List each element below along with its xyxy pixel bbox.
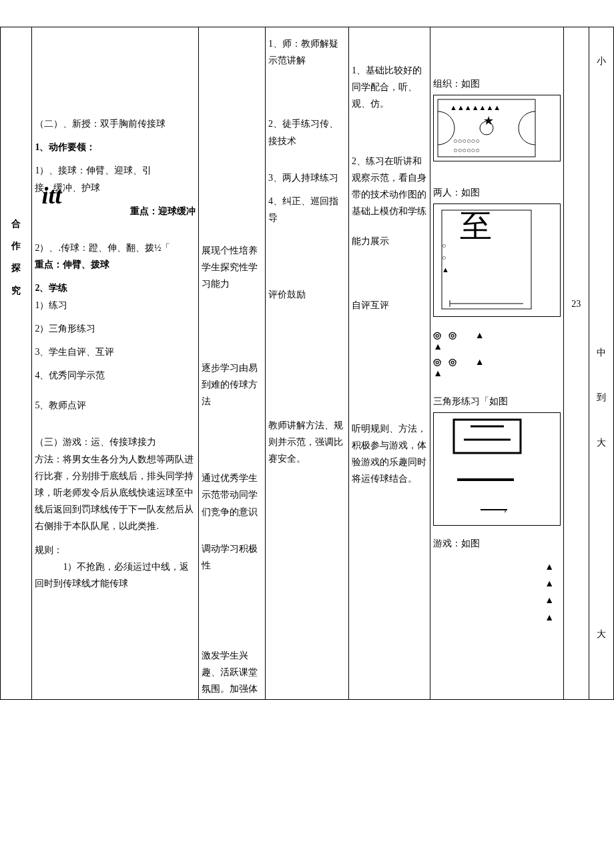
student-4: 自评互评 [352,297,427,314]
point1-key: 重点：迎球缓冲 [130,206,196,216]
court-diagram-2: 至 ○ ○ ▲ [433,203,561,317]
teacher-3: 3、两人持球练习 [268,169,346,186]
content-cell: （二）、新授：双手胸前传接球 1、动作要领： 1）、接球：伸臂、迎球、引 接、缓… [32,27,199,700]
intent-cell: 展现个性培养学生探究性学习能力 逐步学习由易到难的传球方法 通过优秀学生示范带动… [199,27,266,700]
teacher-cell: 1、师：教师解疑示范讲解 2、徒手练习传、接技术 3、两人持球练习 4、纠正、巡… [266,27,349,700]
triangle-svg: ， [434,413,534,526]
point3: 3、学生自评、互评 [35,344,196,360]
sec2-title: （二）、新授：双手胸前传接球 [35,115,196,132]
time-value: 23 [567,296,585,312]
svg-text:★: ★ [483,114,494,127]
court-svg-1: ▲▲▲▲▲▲▲ ★ ○○○○○○ ○○○○○○ [436,98,537,158]
svg-text:▲: ▲ [442,266,449,274]
diagram2-label: 两人：如图 [433,184,561,201]
svg-text:至: 至 [460,208,492,244]
intensity-r1: 小 [592,53,611,69]
student-3: 能力展示 [352,233,427,250]
teacher-6: 教师讲解方法、规则并示范，强调比赛安全。 [268,417,346,468]
court-diagram-1: ▲▲▲▲▲▲▲ ★ ○○○○○○ ○○○○○○ [433,95,561,161]
diagram3-label: 三角形练习「如图 [433,393,561,410]
teacher-1: 1、师：教师解疑示范讲解 [268,35,346,69]
point1-2-key: 重点：伸臂、拨球 [35,256,196,273]
side-char-3: 探 [3,260,29,276]
itt-glyph: itt [41,174,61,218]
sec3-rule1: 1）不抢跑，必须运过中线，返回时到传球线才能传球 [35,558,196,592]
intent-1: 展现个性培养学生探究性学习能力 [202,242,262,293]
svg-rect-13 [454,420,521,453]
svg-text:，: ， [501,504,510,514]
sec3-rules-title: 规则： [35,542,196,558]
svg-text:▲▲▲▲▲▲▲: ▲▲▲▲▲▲▲ [450,103,501,111]
point2-2: 2）三角形练习 [35,320,196,337]
point1-2: 2）、.传球：蹬、伸、翻、拨½「 [35,240,196,256]
side-char-4: 究 [3,282,29,299]
diagram-cell: 组织：如图 ▲▲▲▲▲▲▲ ★ ○○○○○○ ○○○○○○ 两人：如图 至 ○ … [430,27,564,700]
two-person-rows: ◎ ◎ ▲ ▲ ◎ ◎ ▲ ▲ [433,330,561,379]
sec3-title: （三）游戏：运、传接球接力 [35,434,196,450]
intensity-r3: 到 [592,389,611,406]
intent-3: 通过优秀学生示范带动同学们竞争的意识 [202,470,262,520]
intent-4: 调动学习积极性 [202,540,262,574]
diagram4-label: 游戏：如图 [433,535,561,552]
student-2: 2、练习在听讲和观察示范，看自身带的技术动作图的基础上模仿和学练 [352,153,427,220]
intent-5: 激发学生兴趣、活跃课堂氛围。加强体 [202,647,262,698]
student-5: 听明规则、方法，积极参与游戏，体验游戏的乐趣同时将运传球结合。 [352,420,427,488]
teacher-5: 评价鼓励 [268,286,346,303]
side-label-cell: 合 作 探 究 [1,27,32,700]
court-svg-2: 至 ○ ○ ▲ [436,207,537,314]
point5: 5、教师点评 [35,397,196,414]
point2-title: 2、学练 [35,280,196,296]
svg-text:○○○○○○: ○○○○○○ [453,146,480,154]
svg-text:○○○○○○: ○○○○○○ [453,137,480,145]
lesson-plan-table: 合 作 探 究 （二）、新授：双手胸前传接球 1、动作要领： 1）、接球：伸臂、… [0,27,614,700]
svg-text:○: ○ [442,254,446,262]
time-cell: 23 [564,27,589,700]
intensity-cell: 小 中 到 大 大 [589,27,614,700]
student-1: 1、基础比较好的同学配合，听、观、仿。 [352,62,427,113]
side-char-2: 作 [3,238,29,254]
side-char-1: 合 [3,215,29,232]
svg-text:○: ○ [442,242,446,250]
intensity-r5: 大 [592,626,611,642]
point2-1: 1）练习 [35,297,196,314]
teacher-2: 2、徒手练习传、接技术 [268,115,346,149]
point1-title: 1、动作要领： [35,139,196,155]
sec3-method: 方法：将男女生各分为人数想等两队进行比赛，分别排于底线后，排头同学持球，听老师发… [35,451,196,535]
point4: 4、优秀同学示范 [35,367,196,384]
student-cell: 1、基础比较好的同学配合，听、观、仿。 2、练习在听讲和观察示范，看自身带的技术… [348,27,430,700]
triangle-diagram: ， [433,412,561,526]
teacher-4: 4、纠正、巡回指导 [268,193,346,226]
game-markers: ▲ ▲ ▲ ▲ [433,558,561,626]
intent-2: 逐步学习由易到难的传球方法 [202,360,262,410]
intensity-r2: 中 [592,344,611,361]
intensity-r4: 大 [592,434,611,451]
diagram1-label: 组织：如图 [433,75,561,92]
